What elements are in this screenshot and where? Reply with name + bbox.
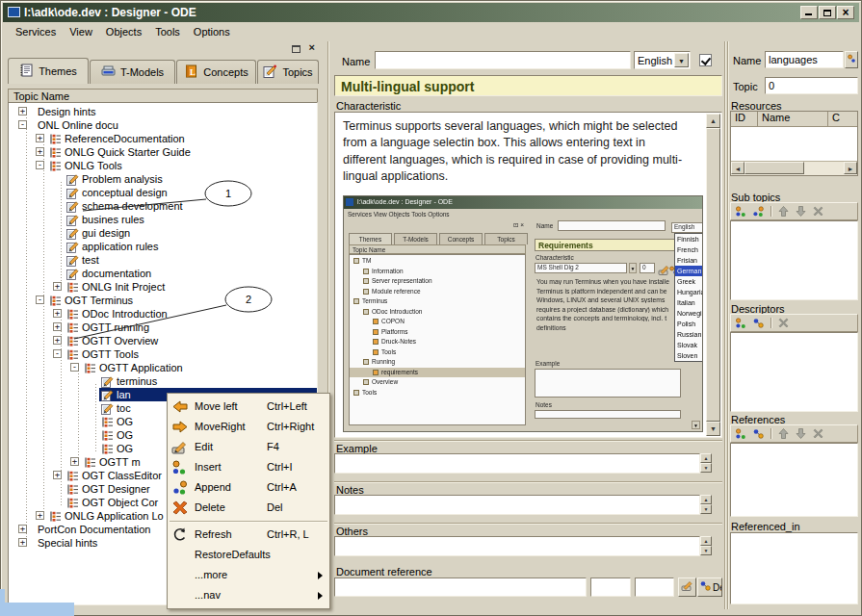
tree-item[interactable]: schema development xyxy=(9,199,317,213)
context-menu-item-delete[interactable]: DeleteDel xyxy=(168,498,329,518)
close-button[interactable]: × xyxy=(837,6,854,19)
panel-splitter-right[interactable] xyxy=(724,41,725,609)
close-panel-icon[interactable]: × xyxy=(309,41,315,53)
tree-item[interactable]: -OGTT Tools xyxy=(9,347,317,361)
expander-icon[interactable]: + xyxy=(53,336,62,345)
link-icon[interactable] xyxy=(751,426,766,441)
tree-item[interactable]: -ONLG Tools xyxy=(9,159,317,172)
chevron-down-icon[interactable]: ▼ xyxy=(674,53,689,67)
tree-item[interactable]: busines rules xyxy=(9,213,317,226)
insert-icon[interactable] xyxy=(734,204,748,218)
language-checkbox[interactable] xyxy=(699,54,712,66)
context-menu-item-append[interactable]: AppendCtrl+A xyxy=(168,477,329,498)
tree-item[interactable]: terminus xyxy=(9,374,317,388)
expander-icon[interactable]: + xyxy=(36,147,44,156)
menu-view[interactable]: View xyxy=(63,24,99,39)
tree-item[interactable]: -OGT Terminus xyxy=(9,294,317,307)
tree-item[interactable]: +Design hints xyxy=(9,105,317,118)
delete-icon[interactable] xyxy=(811,204,825,218)
notes-spinner[interactable]: ▲▼ xyxy=(700,495,712,514)
expander-icon[interactable]: + xyxy=(18,107,27,116)
menu-services[interactable]: Services xyxy=(9,24,63,39)
move-up-icon[interactable] xyxy=(776,204,791,218)
document-reference-input[interactable] xyxy=(334,578,587,597)
context-menu-item-move-left[interactable]: Move leftCtrl+Left xyxy=(168,397,329,417)
rp-name-button[interactable] xyxy=(845,51,858,68)
expander-icon[interactable]: + xyxy=(36,511,44,520)
resources-table[interactable]: ID Name C ◄ ► xyxy=(730,111,858,176)
referenced-in-list[interactable] xyxy=(730,532,858,604)
expander-icon[interactable]: + xyxy=(18,525,27,533)
tree-item[interactable]: -ONL Online docu xyxy=(9,118,317,132)
expander-icon[interactable]: + xyxy=(53,322,62,331)
context-menu-item-restoredefaults[interactable]: RestoreDefaults xyxy=(168,545,329,565)
expander-icon[interactable]: + xyxy=(70,457,79,466)
tree-item[interactable]: +ODoc Introduction xyxy=(9,307,317,321)
link-icon[interactable] xyxy=(751,316,766,330)
maximize-button[interactable] xyxy=(819,6,836,19)
tree-item[interactable]: +ReferenceDocumentation xyxy=(9,132,317,145)
others-input[interactable] xyxy=(334,536,700,556)
tree-item[interactable]: application rules xyxy=(9,240,317,253)
expander-icon[interactable]: + xyxy=(36,134,44,142)
expander-icon[interactable]: + xyxy=(18,538,27,547)
tree-item[interactable]: -OGTT Application xyxy=(9,361,317,374)
tree-item[interactable]: gui design xyxy=(9,226,317,240)
tree-item[interactable]: documentation xyxy=(9,267,317,280)
tree-item[interactable]: test xyxy=(9,253,317,267)
expander-icon[interactable]: + xyxy=(53,309,62,318)
expander-icon[interactable]: + xyxy=(53,471,62,479)
menu-options[interactable]: Options xyxy=(187,24,237,39)
context-menu-item-moveright[interactable]: MoveRightCtrl+Right xyxy=(168,417,329,437)
document-reference-delete-button[interactable]: Del xyxy=(697,578,722,597)
name-input[interactable] xyxy=(375,51,631,69)
resources-hscrollbar[interactable]: ◄ ► xyxy=(731,161,857,175)
tree-item[interactable]: +ONLG Init Project xyxy=(9,280,317,294)
hscroll-thumb[interactable] xyxy=(744,162,804,174)
rp-name-input[interactable] xyxy=(765,51,844,68)
minimize-button[interactable] xyxy=(800,6,818,19)
scroll-down-icon[interactable]: ▼ xyxy=(706,422,720,436)
document-reference-field-2[interactable] xyxy=(590,578,631,597)
context-menu-item-refresh[interactable]: RefreshCtrl+R, L xyxy=(168,525,329,545)
rp-topic-input[interactable] xyxy=(765,77,858,94)
notes-input[interactable] xyxy=(334,495,700,515)
document-reference-field-3[interactable] xyxy=(635,578,674,597)
context-menu-item-edit[interactable]: EditF4 xyxy=(168,437,329,457)
tree-item[interactable]: Problem analysis xyxy=(9,172,317,186)
col-header-c[interactable]: C xyxy=(828,112,857,126)
context-menu-item-nav[interactable]: ...nav xyxy=(168,585,329,605)
tree-item[interactable]: conceptual design xyxy=(9,186,317,199)
others-spinner[interactable]: ▲▼ xyxy=(700,536,712,555)
float-panel-icon[interactable] xyxy=(292,45,300,53)
expander-icon[interactable]: - xyxy=(53,349,62,358)
insert-icon[interactable] xyxy=(734,426,748,441)
example-spinner[interactable]: ▲▼ xyxy=(700,453,712,473)
context-menu-item-more[interactable]: ...more xyxy=(168,565,329,585)
scroll-right-icon[interactable]: ► xyxy=(844,162,857,174)
tab-concepts[interactable]: L Concepts xyxy=(176,60,256,84)
delete-icon[interactable] xyxy=(776,316,791,330)
language-select[interactable]: English ▼ xyxy=(634,51,691,69)
insert-icon[interactable] xyxy=(734,316,748,330)
expander-icon[interactable]: + xyxy=(53,282,62,291)
scrollbar-thumb[interactable] xyxy=(706,128,720,422)
tab-topics[interactable]: Topics xyxy=(257,60,319,84)
tree-item[interactable]: +OGTT Overview xyxy=(9,334,317,347)
expander-icon[interactable]: - xyxy=(36,161,44,169)
example-input[interactable] xyxy=(334,453,700,474)
delete-icon[interactable] xyxy=(811,426,825,441)
context-menu-item-insert[interactable]: InsertCtrl+I xyxy=(168,457,329,477)
tab-t-models[interactable]: T-Models xyxy=(90,60,175,84)
expander-icon[interactable]: - xyxy=(36,295,44,304)
sub-topics-list[interactable] xyxy=(730,220,858,300)
characteristic-scrollbar[interactable]: ▲ ▼ xyxy=(706,114,720,436)
document-reference-edit-button[interactable] xyxy=(678,578,696,597)
menu-objects[interactable]: Objects xyxy=(99,24,148,39)
tree-item[interactable]: +ONLG Quick Starter Guide xyxy=(9,145,317,159)
tab-themes[interactable]: Themes xyxy=(8,58,89,84)
scroll-up-icon[interactable]: ▲ xyxy=(706,114,720,128)
expander-icon[interactable]: - xyxy=(70,363,79,372)
expander-icon[interactable]: - xyxy=(18,120,27,129)
move-down-icon[interactable] xyxy=(794,426,808,441)
